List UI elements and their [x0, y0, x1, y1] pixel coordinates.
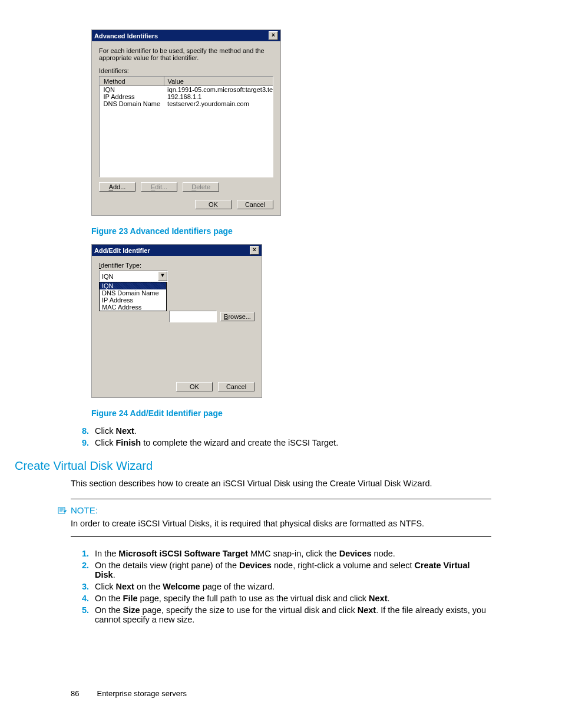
identifier-type-combo[interactable]: IQN ▼: [99, 271, 168, 282]
note-text: In order to create iSCSI Virtual Disks, …: [71, 519, 491, 528]
col-method[interactable]: Method: [100, 77, 164, 86]
list-item: Click Finish to complete the wizard and …: [91, 438, 491, 447]
list-item: On the File page, specify the full path …: [91, 594, 491, 603]
page-footer: 86 Enterprise storage servers: [71, 689, 491, 698]
identifiers-label: Identifiers:: [99, 67, 273, 74]
section-paragraph: This section describes how to create an …: [71, 479, 491, 488]
close-icon[interactable]: ×: [250, 246, 259, 255]
step-list-top: Click Next. Click Finish to complete the…: [71, 426, 491, 447]
note-block: NOTE: In order to create iSCSI Virtual D…: [71, 499, 491, 537]
table-row[interactable]: IQN iqn.1991-05.com.microsoft:target3.te…: [100, 86, 274, 94]
list-item: Click Next on the Welcome page of the wi…: [91, 582, 491, 591]
footer-section: Enterprise storage servers: [97, 689, 186, 698]
dialog-title: Advanced Identifiers: [94, 32, 158, 39]
step-list: In the Microsoft iSCSI Software Target M…: [71, 549, 491, 624]
section-heading: Create Virtual Disk Wizard: [15, 459, 491, 473]
edit-button[interactable]: Edit...: [141, 182, 177, 192]
dialog-intro: For each identifier to be used, specify …: [99, 47, 273, 61]
list-item: Click Next.: [91, 426, 491, 436]
close-icon[interactable]: ×: [269, 31, 278, 40]
figure-caption-23: Figure 23 Advanced Identifiers page: [91, 226, 491, 236]
dialog-titlebar: Advanced Identifiers ×: [92, 30, 280, 41]
figure-caption-24: Figure 24 Add/Edit Identifier page: [91, 409, 491, 418]
option-mac[interactable]: MAC Address: [100, 304, 166, 311]
option-iqn[interactable]: IQN: [100, 282, 166, 289]
ok-button[interactable]: OK: [176, 382, 213, 391]
col-value[interactable]: Value: [164, 77, 273, 86]
value-input[interactable]: [169, 311, 217, 322]
cancel-button[interactable]: Cancel: [218, 382, 254, 391]
table-row[interactable]: DNS Domain Name testserver2.yourdomain.c…: [100, 100, 274, 107]
browse-button[interactable]: Browse...: [220, 312, 254, 321]
option-dns[interactable]: DNS Domain Name: [100, 289, 166, 297]
cancel-button[interactable]: Cancel: [237, 200, 273, 209]
note-label: NOTE:: [71, 505, 98, 515]
delete-button[interactable]: Delete: [183, 182, 219, 192]
add-edit-identifier-dialog: Add/Edit Identifier × Identifier Type: I…: [91, 244, 262, 398]
list-item: On the details view (right pane) of the …: [91, 561, 491, 579]
identifiers-listbox[interactable]: Method Value IQN iqn.1991-05.com.microso…: [99, 76, 273, 177]
dialog-titlebar: Add/Edit Identifier ×: [92, 245, 262, 256]
advanced-identifiers-dialog: Advanced Identifiers × For each identifi…: [91, 29, 281, 216]
note-icon: [58, 506, 67, 515]
chevron-down-icon[interactable]: ▼: [158, 271, 167, 281]
list-item: In the Microsoft iSCSI Software Target M…: [91, 549, 491, 558]
page-number: 86: [71, 689, 79, 698]
add-button[interactable]: Add...: [99, 182, 135, 192]
table-row[interactable]: IP Address 192.168.1.1: [100, 93, 274, 100]
identifier-type-dropdown[interactable]: IQN DNS Domain Name IP Address MAC Addre…: [99, 282, 167, 311]
ok-button[interactable]: OK: [195, 200, 232, 209]
list-item: On the Size page, specify the size to us…: [91, 605, 491, 624]
dialog-title: Add/Edit Identifier: [94, 247, 150, 254]
option-ip[interactable]: IP Address: [100, 297, 166, 304]
identifier-type-label: Identifier Type:: [99, 262, 141, 269]
